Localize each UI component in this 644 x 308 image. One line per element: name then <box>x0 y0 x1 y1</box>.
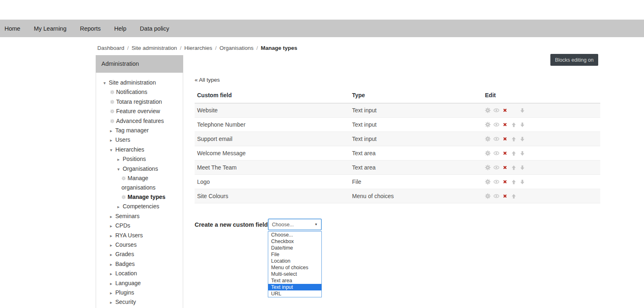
breadcrumb-link-site-administration[interactable]: Site administration <box>132 45 177 51</box>
nav-item-my-learning[interactable]: My Learning <box>34 25 67 32</box>
sidebar-item-security[interactable]: ▸Security <box>96 297 181 307</box>
sidebar-item-grades[interactable]: ▸Grades <box>96 250 181 259</box>
sidebar-item-users[interactable]: ▸Users <box>96 135 181 145</box>
delete-icon[interactable] <box>502 107 508 113</box>
caret-right-icon[interactable]: ▸ <box>117 155 123 164</box>
move-up-icon[interactable] <box>511 179 516 185</box>
caret-down-icon[interactable]: ▾ <box>103 78 109 87</box>
sidebar-item-plugins[interactable]: ▸Plugins <box>96 288 181 297</box>
caret-right-icon[interactable]: ▸ <box>110 269 115 278</box>
field-type-cell: Text area <box>350 146 482 161</box>
option-menu-of-choices[interactable]: Menu of choices <box>268 264 321 271</box>
gear-icon[interactable] <box>485 193 491 199</box>
eye-icon[interactable] <box>494 107 499 113</box>
option-multi-select[interactable]: Multi-select <box>268 271 321 277</box>
move-down-icon[interactable] <box>519 122 525 127</box>
sidebar-item-positions[interactable]: ▸Positions <box>96 154 181 164</box>
move-up-icon[interactable] <box>511 150 516 156</box>
eye-icon[interactable] <box>494 179 499 185</box>
move-down-icon[interactable] <box>519 136 525 142</box>
gear-icon[interactable] <box>485 122 491 127</box>
delete-icon[interactable] <box>502 165 508 170</box>
sidebar-item-site-administration[interactable]: ▾Site administration <box>96 78 181 87</box>
sidebar-item-label: Positions <box>123 156 146 162</box>
table-row: Support emailText input <box>195 132 600 146</box>
nav-item-data-policy[interactable]: Data policy <box>140 25 169 32</box>
breadcrumb-link-dashboard[interactable]: Dashboard <box>97 45 124 51</box>
caret-right-icon[interactable]: ▸ <box>110 279 115 288</box>
gear-icon[interactable] <box>485 150 491 156</box>
sidebar-item-language[interactable]: ▸Language <box>96 279 181 288</box>
sidebar-item-manage-organisations[interactable]: Manage organisations <box>96 174 181 192</box>
sidebar-item-cpds[interactable]: ▸CPDs <box>96 221 181 230</box>
sidebar-item-courses[interactable]: ▸Courses <box>96 240 181 250</box>
move-down-icon[interactable] <box>519 150 525 156</box>
caret-right-icon[interactable]: ▸ <box>117 202 123 211</box>
move-up-icon[interactable] <box>511 193 516 199</box>
caret-right-icon[interactable]: ▸ <box>110 250 115 259</box>
sidebar-item-tag-manager[interactable]: ▸Tag manager <box>96 126 181 135</box>
sidebar-item-organisations[interactable]: ▾Organisations <box>96 164 181 174</box>
sidebar-item-advanced-features[interactable]: Advanced features <box>96 116 181 126</box>
move-up-icon[interactable] <box>511 122 516 127</box>
caret-right-icon[interactable]: ▸ <box>110 298 115 307</box>
move-up-icon[interactable] <box>511 165 516 170</box>
caret-right-icon[interactable]: ▸ <box>110 136 115 145</box>
sidebar-item-location[interactable]: ▸Location <box>96 269 181 278</box>
option-text-input[interactable]: Text input <box>268 284 321 290</box>
option-date-time[interactable]: Date/time <box>268 245 321 251</box>
gear-icon[interactable] <box>485 179 491 185</box>
option-choose[interactable]: Choose... <box>268 232 321 238</box>
option-url[interactable]: URL <box>268 290 321 297</box>
caret-right-icon[interactable]: ▸ <box>110 288 115 297</box>
eye-icon[interactable] <box>494 150 499 156</box>
caret-right-icon[interactable]: ▸ <box>110 260 115 269</box>
nav-item-home[interactable]: Home <box>4 25 20 32</box>
delete-icon[interactable] <box>502 193 508 199</box>
field-type-select[interactable]: Choose... ▼ <box>268 219 322 230</box>
eye-icon[interactable] <box>494 193 499 199</box>
field-name-cell: Site Colours <box>195 189 350 203</box>
option-checkbox[interactable]: Checkbox <box>268 238 321 245</box>
delete-icon[interactable] <box>502 179 508 185</box>
option-file[interactable]: File <box>268 251 321 258</box>
nav-item-help[interactable]: Help <box>114 25 126 32</box>
nav-item-reports[interactable]: Reports <box>80 25 101 32</box>
eye-icon[interactable] <box>494 165 499 170</box>
option-location[interactable]: Location <box>268 258 321 264</box>
sidebar-item-hierarchies[interactable]: ▾Hierarchies <box>96 145 181 154</box>
delete-icon[interactable] <box>502 136 508 142</box>
gear-icon[interactable] <box>485 136 491 142</box>
option-text-area[interactable]: Text area <box>268 277 321 284</box>
move-down-icon[interactable] <box>519 179 525 185</box>
caret-right-icon[interactable]: ▸ <box>110 221 115 230</box>
sidebar-item-notifications[interactable]: Notifications <box>96 87 181 97</box>
eye-icon[interactable] <box>494 136 499 142</box>
sidebar-item-badges[interactable]: ▸Badges <box>96 259 181 269</box>
caret-right-icon[interactable]: ▸ <box>110 212 115 221</box>
eye-icon[interactable] <box>494 122 499 127</box>
caret-down-icon[interactable]: ▾ <box>117 165 123 174</box>
gear-icon[interactable] <box>485 165 491 170</box>
sidebar-item-rya-users[interactable]: ▸RYA Users <box>96 231 181 240</box>
caret-right-icon[interactable]: ▸ <box>110 241 115 250</box>
breadcrumb-link-organisations[interactable]: Organisations <box>220 45 254 51</box>
delete-icon[interactable] <box>502 122 508 127</box>
caret-right-icon[interactable]: ▸ <box>110 231 115 240</box>
breadcrumb-link-hierarchies[interactable]: Hierarchies <box>184 45 212 51</box>
blocks-editing-button[interactable]: Blocks editing on <box>550 54 598 66</box>
caret-down-icon[interactable]: ▾ <box>110 145 115 154</box>
sidebar-item-feature-overview[interactable]: Feature overview <box>96 107 181 116</box>
move-down-icon[interactable] <box>519 107 525 113</box>
sidebar-item-seminars[interactable]: ▸Seminars <box>96 212 181 221</box>
move-down-icon[interactable] <box>519 165 525 170</box>
gear-icon[interactable] <box>485 107 491 113</box>
sidebar-item-totara-registration[interactable]: Totara registration <box>96 97 181 107</box>
delete-icon[interactable] <box>502 150 508 156</box>
move-up-icon[interactable] <box>511 136 516 142</box>
sidebar-item-manage-types[interactable]: Manage types <box>96 192 181 202</box>
breadcrumb-separator: / <box>127 45 129 51</box>
all-types-link[interactable]: « All types <box>195 77 220 83</box>
caret-right-icon[interactable]: ▸ <box>110 126 115 135</box>
sidebar-item-competencies[interactable]: ▸Competencies <box>96 202 181 211</box>
